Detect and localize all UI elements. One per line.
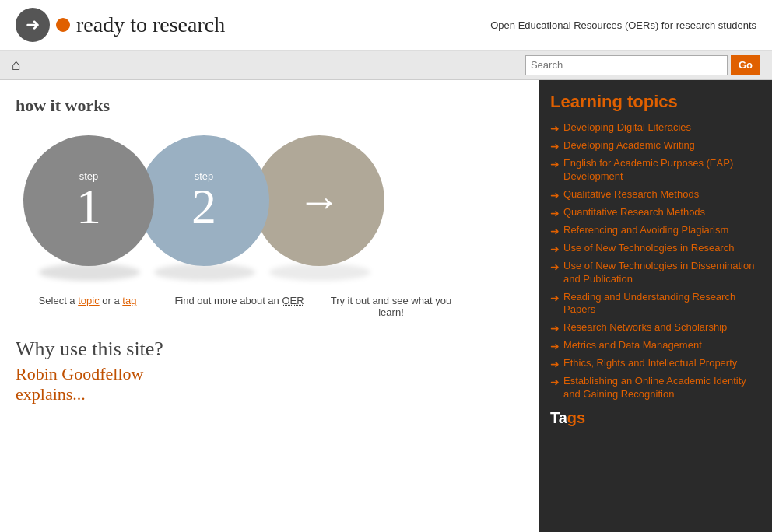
sidebar-topic-link[interactable]: Referencing and Avoiding Plagiarism xyxy=(563,224,728,237)
search-input[interactable] xyxy=(525,55,728,75)
step-3-desc: Try it out and see what you learn! xyxy=(319,295,463,318)
sidebar-list-item: ➜Referencing and Avoiding Plagiarism xyxy=(550,224,760,237)
step-1-desc: Select a topic or a tag xyxy=(16,295,160,318)
home-icon[interactable]: ⌂ xyxy=(12,56,21,74)
sidebar-topic-link[interactable]: Establishing an Online Academic Identity… xyxy=(563,375,760,401)
main-layout: how it works step 1 step 2 → xyxy=(0,80,772,532)
step-1-number: 1 xyxy=(76,182,101,232)
step-2-reflection xyxy=(154,264,255,281)
sidebar-list-item: ➜Developing Academic Writing xyxy=(550,139,760,152)
site-title: ready to research xyxy=(76,12,225,37)
sidebar-title: Learning topics xyxy=(550,92,760,112)
main-content: how it works step 1 step 2 → xyxy=(0,80,539,532)
sidebar-list-item: ➜Research Networks and Scholarship xyxy=(550,321,760,334)
sidebar-arrow-icon: ➜ xyxy=(550,225,560,237)
sidebar-arrow-icon: ➜ xyxy=(550,340,560,352)
sidebar-arrow-icon: ➜ xyxy=(550,207,560,219)
sidebar-arrow-icon: ➜ xyxy=(550,322,560,334)
step-1-circle: step 1 xyxy=(23,135,154,266)
sidebar-topic-link[interactable]: Quantitative Research Methods xyxy=(563,206,705,219)
sidebar-items-list: ➜Developing Digital Literacies➜Developin… xyxy=(550,121,760,401)
sidebar-topic-link[interactable]: Developing Digital Literacies xyxy=(563,121,691,135)
sidebar-arrow-icon: ➜ xyxy=(550,122,560,135)
sidebar-topic-link[interactable]: Qualitative Research Methods xyxy=(563,188,699,201)
logo-orange-dot xyxy=(56,18,70,32)
sidebar-arrow-icon: ➜ xyxy=(550,261,560,273)
topic-link[interactable]: topic xyxy=(78,295,99,306)
sidebar-topic-link[interactable]: Use of New Technologies in Dissemination… xyxy=(563,260,760,286)
sidebar-arrow-icon: ➜ xyxy=(550,243,560,255)
step-3-circle: → xyxy=(254,135,384,266)
sidebar-arrow-icon: ➜ xyxy=(550,358,560,370)
sidebar-topic-link[interactable]: Ethics, Rights and Intellectual Property xyxy=(563,357,737,370)
sidebar-list-item: ➜Metrics and Data Management xyxy=(550,339,760,352)
sidebar-arrow-icon: ➜ xyxy=(550,376,560,388)
sidebar-arrow-icon: ➜ xyxy=(550,140,560,152)
sidebar-list-item: ➜Use of New Technologies in Disseminatio… xyxy=(550,260,760,286)
how-it-works-title: how it works xyxy=(16,96,523,116)
step-2-desc: Find out more about an OER xyxy=(167,295,311,318)
sidebar-topic-link[interactable]: Developing Academic Writing xyxy=(563,139,695,152)
sidebar-arrow-icon: ➜ xyxy=(550,158,560,170)
sidebar-topic-link[interactable]: English for Academic Purposes (EAP) Deve… xyxy=(563,157,760,184)
tags-section-title: Tags xyxy=(550,409,760,427)
step-2-circle: step 2 xyxy=(139,135,269,266)
step-3-arrow: → xyxy=(297,176,341,226)
logo-arrow-icon: ➜ xyxy=(16,8,50,42)
sidebar-arrow-icon: ➜ xyxy=(550,189,560,201)
sidebar-arrow-icon: ➜ xyxy=(550,292,560,304)
sidebar-list-item: ➜Quantitative Research Methods xyxy=(550,206,760,219)
search-button[interactable]: Go xyxy=(731,55,760,75)
sidebar-topic-link[interactable]: Use of New Technologies in Research xyxy=(563,242,734,255)
why-title: Why use this site? xyxy=(16,338,523,361)
steps-descriptions: Select a topic or a tag Find out more ab… xyxy=(16,295,523,318)
sidebar-list-item: ➜Reading and Understanding Research Pape… xyxy=(550,291,760,317)
sidebar-list-item: ➜Ethics, Rights and Intellectual Propert… xyxy=(550,357,760,370)
sidebar-topic-link[interactable]: Research Networks and Scholarship xyxy=(563,321,727,334)
sidebar-list-item: ➜English for Academic Purposes (EAP) Dev… xyxy=(550,157,760,184)
why-subtitle: Robin Goodfellowexplains... xyxy=(16,364,523,404)
sidebar-list-item: ➜Use of New Technologies in Research xyxy=(550,242,760,255)
navbar: ⌂ Go xyxy=(0,51,772,80)
sidebar-list-item: ➜Developing Digital Literacies xyxy=(550,121,760,135)
tag-link[interactable]: tag xyxy=(122,295,136,306)
why-section: Why use this site? Robin Goodfellowexpla… xyxy=(16,338,523,404)
sidebar-list-item: ➜Qualitative Research Methods xyxy=(550,188,760,201)
steps-visual: step 1 step 2 → xyxy=(16,131,523,287)
search-area: Go xyxy=(525,55,760,75)
step-3-reflection xyxy=(269,264,370,281)
sidebar-topic-link[interactable]: Metrics and Data Management xyxy=(563,339,702,352)
sidebar-topic-link[interactable]: Reading and Understanding Research Paper… xyxy=(563,291,760,317)
logo-area: ➜ ready to research xyxy=(16,8,225,42)
sidebar-list-item: ➜Establishing an Online Academic Identit… xyxy=(550,375,760,401)
header: ➜ ready to research Open Educational Res… xyxy=(0,0,772,51)
step-1-reflection xyxy=(39,264,140,281)
step-2-number: 2 xyxy=(191,182,216,232)
sidebar: Learning topics ➜Developing Digital Lite… xyxy=(539,80,772,532)
header-tagline: Open Educational Resources (OERs) for re… xyxy=(490,19,756,31)
